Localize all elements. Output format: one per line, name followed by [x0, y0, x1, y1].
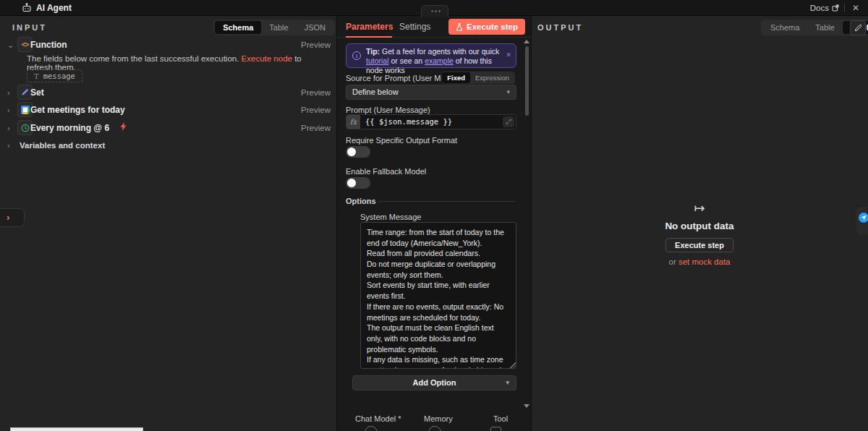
chevron-right-icon[interactable]: › [7, 102, 16, 118]
tool-connector[interactable] [490, 427, 501, 431]
input-node-function[interactable]: ⌄ <> Function Preview [0, 37, 336, 53]
scroll-down-icon[interactable] [524, 404, 529, 408]
scroll-up-icon[interactable] [524, 40, 529, 43]
input-tab-schema[interactable]: Schema [215, 21, 261, 34]
prompt-input[interactable]: fx {{ $json.message }} ⤢ [346, 114, 516, 129]
tutorial-link[interactable]: tutorial [366, 56, 389, 65]
chevron-right-icon[interactable]: › [7, 139, 16, 152]
grip-dots-icon [430, 9, 441, 14]
input-tab-json[interactable]: JSON [297, 21, 333, 34]
prompt-label: Prompt (User Message) [346, 106, 430, 114]
parameters-panel: Parameters Settings Execute step i Tip: … [336, 16, 532, 431]
chevron-down-icon: ▾ [506, 85, 510, 99]
chevron-right-icon: › [7, 209, 9, 226]
active-tab-underline [346, 36, 392, 38]
tab-settings[interactable]: Settings [399, 16, 430, 38]
execute-step-button[interactable]: Execute step [448, 19, 525, 35]
tip-close-icon[interactable]: ✕ [506, 51, 511, 59]
preview-badge: Preview [301, 85, 331, 101]
node-label: Set [30, 85, 44, 101]
input-node-every-morning[interactable]: › Every morning @ 6 Preview [0, 120, 336, 136]
enable-fallback-toggle[interactable] [346, 177, 370, 189]
output-tab-schema[interactable]: Schema [762, 21, 807, 34]
set-mock-data-link[interactable]: set mock data [678, 257, 731, 266]
input-header: INPUT [12, 23, 47, 32]
options-section-label: Options [346, 197, 376, 205]
preview-badge: Preview [301, 120, 331, 136]
system-message-textarea[interactable]: Time range: from the start of today to t… [360, 222, 516, 369]
add-option-button[interactable]: Add Option ▾ [352, 375, 516, 391]
memory-connector-label: Memory [424, 414, 453, 423]
expand-input-handle[interactable]: › [0, 208, 25, 227]
robot-icon [22, 3, 32, 16]
tool-connector-label: Tool [493, 414, 508, 423]
text-type-icon: T [34, 72, 39, 80]
output-header: OUTPUT [537, 23, 583, 32]
chat-assistant-dock [856, 207, 868, 235]
tip-banner: i Tip: Get a feel for agents with our qu… [346, 43, 516, 68]
maps-to-icon: ↦ [627, 200, 772, 216]
system-message-label: System Message [360, 213, 421, 221]
chevron-down-icon[interactable]: ⌄ [7, 37, 16, 53]
no-output-title: No output data [627, 221, 772, 231]
chevron-right-icon[interactable]: › [7, 120, 16, 136]
pencil-icon [21, 88, 29, 96]
preview-badge: Preview [301, 102, 331, 118]
execute-step-output-button[interactable]: Execute step [665, 238, 733, 252]
enable-fallback-label: Enable Fallback Model [346, 167, 426, 176]
node-title: AI Agent [36, 0, 72, 16]
node-label: Function [30, 37, 67, 53]
require-output-format-label: Require Specific Output Format [346, 136, 457, 145]
input-node-set[interactable]: › Set Preview [0, 85, 336, 101]
expression-fx-icon: fx [346, 115, 360, 129]
scrollbar-thumb[interactable] [525, 46, 529, 116]
execute-node-link[interactable]: Execute node [242, 54, 292, 63]
input-panel: INPUT Schema Table JSON ⌄ <> Function Pr… [0, 16, 336, 431]
params-header: Parameters Settings Execute step [337, 16, 531, 38]
input-node-variables[interactable]: › Variables and context [0, 139, 336, 152]
tab-parameters[interactable]: Parameters [346, 16, 393, 38]
node-label: Every morning @ 6 [30, 120, 109, 136]
preview-badge: Preview [301, 37, 331, 53]
example-link[interactable]: example [425, 56, 454, 65]
chat-model-connector-label: Chat Model * [355, 414, 401, 423]
expression-option[interactable]: Expression [470, 72, 514, 83]
flask-icon [456, 23, 463, 31]
input-view-tabs: Schema Table JSON [213, 20, 335, 35]
external-link-icon [832, 4, 839, 12]
source-select[interactable]: Define below ▾ [346, 85, 516, 100]
docs-link[interactable]: Docs [810, 0, 839, 16]
input-tab-table[interactable]: Table [261, 21, 296, 34]
close-icon[interactable]: ✕ [852, 0, 859, 16]
pencil-icon [854, 24, 862, 32]
input-node-get-meetings[interactable]: › Get meetings for today Preview [0, 102, 336, 118]
node-label: Get meetings for today [30, 102, 125, 118]
background-window-edge [10, 427, 143, 431]
options-divider [378, 201, 515, 202]
output-tab-table[interactable]: Table [807, 21, 842, 34]
fixed-expression-toggle: Fixed Expression [441, 72, 515, 84]
textarea-resize-handle[interactable] [510, 362, 516, 368]
info-icon: i [352, 51, 361, 60]
trigger-bolt-icon [120, 120, 127, 136]
memory-connector[interactable] [428, 426, 441, 431]
titlebar-divider [844, 4, 845, 12]
panel-drag-handle[interactable] [421, 5, 448, 17]
chat-model-connector[interactable] [365, 426, 378, 431]
message-field-pill[interactable]: T message [27, 69, 82, 82]
no-output-state: ↦ No output data Execute step or set moc… [627, 200, 772, 266]
chat-bubble-icon[interactable] [859, 213, 868, 223]
expand-editor-icon[interactable]: ⤢ [503, 116, 514, 127]
chevron-right-icon[interactable]: › [7, 85, 16, 101]
fixed-option[interactable]: Fixed [442, 72, 470, 83]
require-output-format-toggle[interactable] [346, 146, 370, 158]
edit-output-button[interactable] [850, 20, 866, 35]
chevron-down-icon: ▾ [506, 376, 509, 390]
output-panel: OUTPUT Schema Table JSON ↦ No output dat… [532, 16, 868, 431]
